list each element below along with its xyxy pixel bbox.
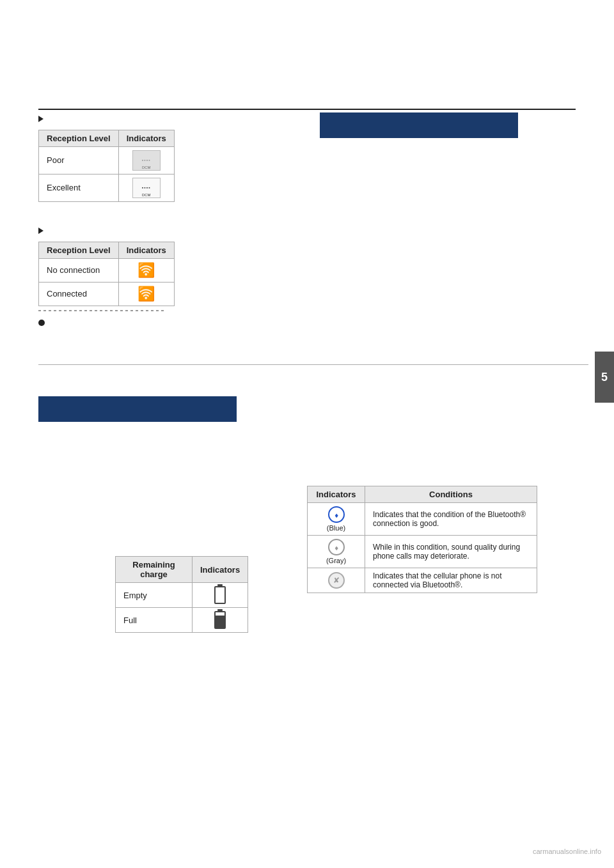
- battery-table: Remaining charge Indicators Empty Full: [115, 556, 248, 633]
- wifi-row2-indicator: 🛜: [118, 282, 174, 306]
- bt-row1-label: (Blue): [315, 524, 357, 532]
- bt-col2-header: Conditions: [365, 486, 537, 503]
- bt-col1-header: Indicators: [308, 486, 365, 503]
- table-row: No connection 🛜: [39, 258, 175, 282]
- battery-row1-level: Empty: [116, 583, 193, 608]
- wifi-arrow-row: [38, 224, 333, 236]
- bt-row1-condition: Indicates that the condition of the Blue…: [365, 503, 537, 536]
- wifi-row1-level: No connection: [39, 258, 119, 282]
- mid-rule: [38, 364, 588, 365]
- battery-full-icon: [214, 611, 226, 629]
- bt-row2-condition: While in this condition, sound quality d…: [365, 536, 537, 568]
- table-row: Poor ▪▪▪▪ DCM: [39, 146, 175, 174]
- table-row: Excellent ▪▪▪▪ DCM: [39, 174, 175, 201]
- section-number: 5: [601, 371, 608, 384]
- wifi-section: Reception Level Indicators No connection…: [38, 224, 333, 329]
- dcm-arrow-row: [38, 112, 333, 125]
- dcm-row2-level: Excellent: [39, 174, 119, 201]
- table-row: Connected 🛜: [39, 282, 175, 306]
- blue-box-top: [320, 112, 518, 138]
- dcm-row2-indicator: ▪▪▪▪ DCM: [118, 174, 174, 201]
- bt-row3-condition: Indicates that the cellular phone is not…: [365, 568, 537, 593]
- blue-box-mid: [38, 396, 237, 422]
- circle-bullet-row: [38, 316, 333, 329]
- bt-row1-indicator: ⬧ (Blue): [308, 503, 365, 536]
- table-row: ⬧ (Blue) Indicates that the condition of…: [308, 503, 537, 536]
- bluetooth-blocked-icon: ✘: [328, 572, 345, 589]
- wifi-table: Reception Level Indicators No connection…: [38, 242, 175, 306]
- battery-col2-header: Indicators: [193, 557, 248, 583]
- wifi-col1-header: Reception Level: [39, 242, 119, 258]
- table-row: ⬧ (Gray) While in this condition, sound …: [308, 536, 537, 568]
- battery-empty-icon: [214, 586, 226, 604]
- watermark-text: carmanualsonline.info: [533, 848, 601, 855]
- wifi-row2-level: Connected: [39, 282, 119, 306]
- dot-separator: [38, 310, 166, 311]
- table-row: ✘ Indicates that the cellular phone is n…: [308, 568, 537, 593]
- bt-row2-indicator: ⬧ (Gray): [308, 536, 365, 568]
- dcm-table: Reception Level Indicators Poor ▪▪▪▪ DCM…: [38, 130, 175, 202]
- circle-bullet-icon: [38, 320, 45, 326]
- dcm-row1-level: Poor: [39, 146, 119, 174]
- page-container: 5 Reception Level Indicators Poor ▪▪▪▪: [0, 0, 614, 868]
- top-rule: [38, 109, 576, 110]
- dcm-arrow-icon: [38, 116, 43, 122]
- bluetooth-section: Indicators Conditions ⬧ (Blue) Indicates…: [307, 486, 537, 593]
- battery-section: Remaining charge Indicators Empty Full: [115, 556, 294, 633]
- wifi-arrow-icon: [38, 228, 43, 234]
- bluetooth-blue-icon: ⬧: [328, 506, 345, 523]
- table-row: Full: [116, 608, 248, 633]
- wifi-col2-header: Indicators: [118, 242, 174, 258]
- dcm-row1-indicator: ▪▪▪▪ DCM: [118, 146, 174, 174]
- dcm-section: Reception Level Indicators Poor ▪▪▪▪ DCM…: [38, 112, 333, 202]
- section-tab: 5: [595, 352, 614, 403]
- battery-row1-indicator: [193, 583, 248, 608]
- bluetooth-gray-icon: ⬧: [328, 539, 345, 555]
- battery-col1-header: Remaining charge: [116, 557, 193, 583]
- bt-row2-label: (Gray): [315, 557, 357, 564]
- bt-row3-indicator: ✘: [308, 568, 365, 593]
- battery-row2-indicator: [193, 608, 248, 633]
- dcm-col2-header: Indicators: [118, 130, 174, 146]
- table-row: Empty: [116, 583, 248, 608]
- footer-watermark: carmanualsonline.info: [533, 848, 601, 855]
- wifi-row1-indicator: 🛜: [118, 258, 174, 282]
- dcm-col1-header: Reception Level: [39, 130, 119, 146]
- bluetooth-table: Indicators Conditions ⬧ (Blue) Indicates…: [307, 486, 537, 593]
- battery-row2-level: Full: [116, 608, 193, 633]
